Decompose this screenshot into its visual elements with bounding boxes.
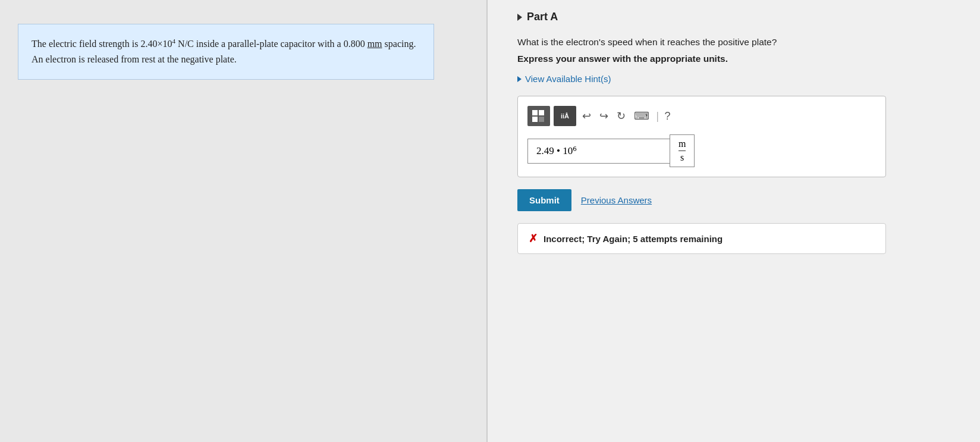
question-text: What is the electron's speed when it rea…	[517, 35, 956, 49]
problem-box: The electric field strength is 2.40×104 …	[18, 24, 434, 80]
svg-rect-0	[532, 110, 538, 115]
unit-icon-text: iiÅ	[561, 112, 569, 120]
part-header: Part A	[517, 11, 956, 23]
previous-answers-link[interactable]: Previous Answers	[581, 195, 652, 205]
keyboard-btn[interactable]: ⌨	[632, 109, 652, 123]
feedback-text: Incorrect; Try Again; 5 attempts remaini…	[544, 234, 723, 244]
formula-btn[interactable]	[527, 106, 550, 126]
hint-label: View Available Hint(s)	[525, 74, 611, 84]
submit-button[interactable]: Submit	[517, 189, 571, 211]
redo-btn[interactable]: ↪	[597, 109, 611, 123]
unit-btn[interactable]: iiÅ	[554, 106, 576, 126]
refresh-btn[interactable]: ↻	[614, 109, 628, 123]
answer-box: iiÅ ↩ ↪ ↻ ⌨ | ? m s	[517, 96, 886, 177]
underline-mm: mm	[368, 39, 382, 49]
units-denominator: s	[680, 152, 684, 163]
problem-text: The electric field strength is 2.40×104 …	[32, 39, 416, 64]
units-box: m s	[670, 134, 695, 167]
part-title: Part A	[527, 11, 558, 23]
undo-btn[interactable]: ↩	[580, 109, 593, 123]
hint-link[interactable]: View Available Hint(s)	[517, 74, 956, 84]
svg-rect-1	[539, 110, 544, 115]
formula-icon	[532, 110, 545, 122]
express-text: Express your answer with the appropriate…	[517, 54, 956, 64]
units-numerator: m	[679, 139, 686, 151]
submit-row: Submit Previous Answers	[517, 189, 956, 211]
feedback-box: ✗ Incorrect; Try Again; 5 attempts remai…	[517, 223, 886, 254]
hint-triangle-icon	[517, 76, 522, 82]
toolbar-separator: |	[657, 110, 659, 123]
svg-rect-2	[532, 117, 538, 122]
left-panel: The electric field strength is 2.40×104 …	[0, 0, 488, 442]
toolbar: iiÅ ↩ ↪ ↻ ⌨ | ?	[527, 106, 876, 126]
svg-rect-3	[539, 117, 544, 122]
right-panel: Part A What is the electron's speed when…	[488, 0, 980, 442]
help-icon: ?	[665, 110, 671, 123]
part-triangle-icon	[517, 14, 522, 21]
incorrect-icon: ✗	[529, 232, 538, 245]
answer-input[interactable]	[527, 139, 670, 164]
input-area: m s	[527, 134, 876, 167]
